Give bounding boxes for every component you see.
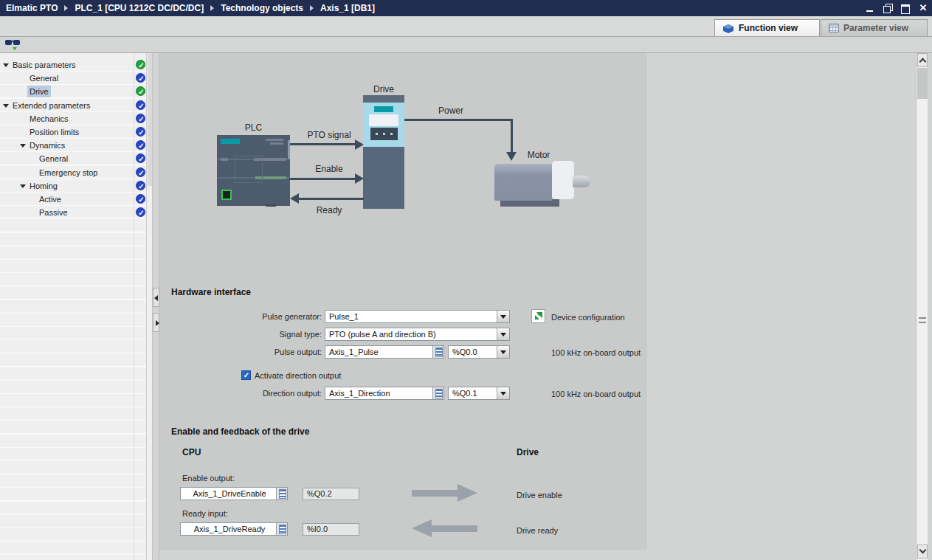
scrollbar-splitter-handle[interactable] — [919, 317, 926, 323]
tree-item-general[interactable]: General — [0, 72, 147, 85]
tree-item-homing[interactable]: Homing — [0, 179, 147, 193]
pto-signal-arrow-label: PTO signal — [300, 130, 359, 140]
tree-scrollbar[interactable] — [147, 53, 153, 560]
tree-item-drive[interactable]: Drive — [0, 85, 147, 98]
tree-item-dynamics-general[interactable]: General — [0, 152, 147, 165]
scroll-up-button[interactable] — [917, 53, 928, 67]
direction-output-address: %Q0.1 — [452, 387, 496, 399]
pulse-output-tag-field[interactable]: Axis_1_Pulse — [325, 345, 444, 359]
dropdown-arrow-icon[interactable] — [497, 328, 509, 340]
breadcrumb-separator-icon — [64, 5, 68, 11]
main-vertical-scrollbar[interactable] — [916, 53, 928, 560]
tree-item-homing-passive[interactable]: Passive — [0, 206, 147, 219]
ready-input-label: Ready input: — [182, 507, 228, 520]
collapse-arrow-icon[interactable] — [20, 144, 26, 148]
tree-item-homing-active[interactable]: Active — [0, 193, 147, 206]
tree-item-label: Position limits — [27, 126, 81, 138]
ready-input-tag-field[interactable]: Axis_1_DriveReady — [180, 522, 288, 536]
pulse-generator-dropdown[interactable]: Pulse_1 — [325, 310, 510, 323]
tree-item-label: General — [37, 153, 70, 165]
dropdown-arrow-icon[interactable] — [497, 311, 509, 322]
drive-keypad — [370, 128, 398, 140]
close-button[interactable]: ✕ — [919, 4, 928, 13]
tab-parameter-view[interactable]: Parameter view — [821, 19, 928, 36]
drive-column-heading: Drive — [517, 447, 539, 457]
device-configuration-button[interactable] — [531, 309, 545, 323]
tree-item-basic-parameters[interactable]: Basic parameters — [0, 58, 147, 72]
signal-type-value: PTO (pulse A and direction B) — [329, 328, 496, 340]
pulse-generator-value: Pulse_1 — [329, 311, 496, 322]
tree-item-emergency-stop[interactable]: Emergency stop — [0, 166, 147, 179]
breadcrumb-separator-icon — [210, 5, 214, 11]
minimize-button[interactable] — [866, 4, 874, 13]
direction-output-address-dropdown[interactable]: %Q0.1 — [448, 387, 510, 400]
tree-item-label: Extended parameters — [10, 100, 92, 111]
tree-item-position-limits[interactable]: Position limits — [0, 125, 147, 139]
tag-table-icon[interactable] — [276, 523, 287, 535]
scroll-down-button[interactable] — [917, 545, 928, 559]
tree-item-label: Drive — [27, 86, 51, 97]
tree-item-label: General — [27, 72, 61, 84]
collapse-arrow-icon[interactable] — [3, 104, 9, 108]
plc-illustration — [217, 135, 290, 206]
collapse-arrow-icon[interactable] — [3, 63, 9, 67]
tag-table-icon[interactable] — [432, 346, 443, 358]
maximize-button[interactable] — [901, 4, 910, 13]
status-default-icon — [136, 73, 145, 83]
status-ok-icon — [136, 60, 145, 69]
tree-item-dynamics[interactable]: Dynamics — [0, 139, 147, 152]
direction-output-tag-field[interactable]: Axis_1_Direction — [325, 387, 444, 400]
collapse-arrow-icon[interactable] — [20, 184, 26, 188]
signal-type-dropdown[interactable]: PTO (pulse A and direction B) — [325, 328, 510, 341]
status-default-icon — [136, 167, 145, 177]
scrollbar-thumb[interactable] — [917, 68, 928, 99]
arrow-head-icon — [290, 193, 299, 204]
cpu-to-drive-arrow — [412, 490, 458, 497]
dropdown-arrow-icon[interactable] — [497, 387, 509, 399]
activate-direction-checkbox[interactable] — [241, 370, 251, 380]
pane-splitter[interactable] — [153, 53, 159, 560]
signal-type-label: Signal type: — [171, 328, 322, 341]
tree-item-extended-parameters[interactable]: Extended parameters — [0, 99, 147, 112]
tree-item-label: Emergency stop — [37, 167, 100, 179]
arrow-head-icon — [458, 484, 477, 502]
pulse-output-address-dropdown[interactable]: %Q0.0 — [448, 345, 510, 359]
status-default-icon — [136, 207, 145, 217]
enable-output-address-field[interactable]: %Q0.2 — [303, 488, 359, 500]
enable-arrow — [290, 178, 355, 180]
tree-item-label: Homing — [27, 180, 60, 192]
device-configuration-link[interactable]: Device configuration — [551, 311, 625, 324]
tab-function-view[interactable]: Function view — [714, 19, 820, 36]
arrow-head-icon — [506, 152, 517, 161]
pulse-output-label: Pulse output: — [171, 345, 322, 359]
collapse-pane-left-icon[interactable] — [153, 288, 159, 307]
status-default-icon — [136, 153, 145, 163]
status-default-icon — [136, 114, 145, 123]
plc-diagram-label: PLC — [217, 122, 290, 133]
enable-output-value: Axis_1_DriveEnable — [184, 488, 275, 499]
enable-output-tag-field[interactable]: Axis_1_DriveEnable — [180, 487, 288, 500]
dropdown-arrow-icon[interactable] — [497, 346, 509, 358]
tab-function-view-label: Function view — [739, 23, 798, 33]
parameter-view-icon — [829, 24, 839, 32]
breadcrumb-separator-icon — [310, 5, 314, 11]
direction-output-label: Direction output: — [171, 387, 322, 400]
tag-table-icon[interactable] — [276, 488, 287, 499]
enable-feedback-heading: Enable and feedback of the drive — [171, 426, 309, 437]
breadcrumb-axis[interactable]: Axis_1 [DB1] — [320, 3, 375, 13]
expand-pane-right-icon[interactable] — [153, 313, 159, 332]
breadcrumb-project[interactable]: Elmatic PTO — [6, 3, 58, 13]
restore-button[interactable] — [883, 4, 892, 13]
ready-input-address-field[interactable]: %I0.0 — [303, 523, 359, 536]
tag-table-icon[interactable] — [432, 387, 443, 399]
monitor-glasses-icon[interactable] — [4, 38, 22, 55]
breadcrumb-technology-objects[interactable]: Technology objects — [221, 3, 303, 13]
power-arrow-label: Power — [429, 106, 473, 116]
breadcrumb-plc[interactable]: PLC_1 [CPU 1212C DC/DC/DC] — [75, 3, 204, 13]
ready-arrow — [299, 198, 364, 200]
drive-to-cpu-arrow — [432, 525, 477, 532]
tree-item-mechanics[interactable]: Mechanics — [0, 112, 147, 125]
function-view-toolbar — [0, 37, 932, 53]
pto-signal-arrow — [290, 143, 355, 145]
drive-display — [369, 114, 398, 126]
